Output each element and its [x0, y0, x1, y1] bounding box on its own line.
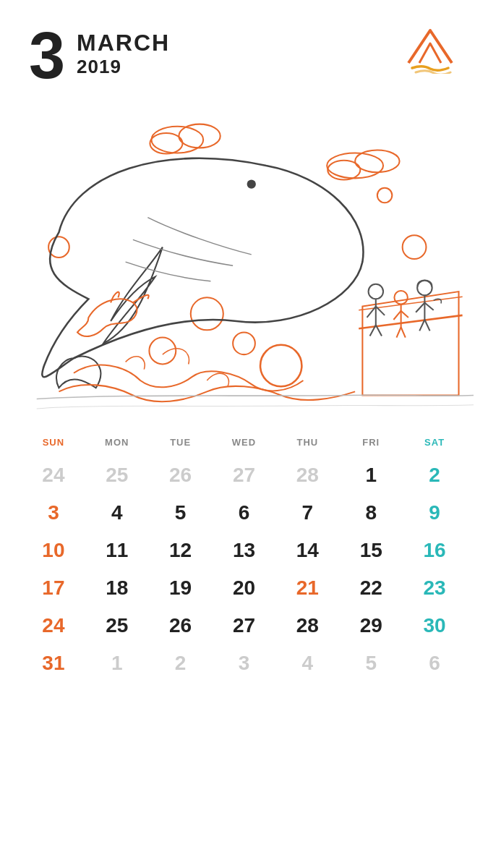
- calendar-cell: 9: [403, 494, 466, 532]
- calendar-cell: 25: [85, 456, 149, 494]
- svg-point-13: [247, 179, 256, 188]
- calendar-cell: 28: [275, 456, 339, 494]
- month-number: 3: [29, 23, 65, 88]
- svg-line-24: [393, 311, 401, 320]
- calendar-cell: 1: [85, 644, 149, 682]
- header-left: 3 MARCH 2019: [29, 23, 170, 88]
- calendar-cell: 23: [403, 569, 466, 607]
- svg-point-22: [394, 291, 407, 304]
- calendar-cell: 20: [213, 569, 276, 607]
- svg-point-11: [260, 345, 301, 386]
- svg-line-25: [401, 311, 408, 318]
- calendar-cell: 29: [339, 607, 403, 644]
- calendar-cell: 24: [22, 456, 85, 494]
- thursday-label: THU: [275, 434, 339, 451]
- svg-line-26: [396, 327, 401, 337]
- calendar-cell: 4: [275, 644, 339, 682]
- calendar-cell: 28: [275, 607, 339, 644]
- calendar-cell: 26: [149, 456, 213, 494]
- calendar-cell: 5: [339, 644, 403, 682]
- sunday-label: SUN: [22, 434, 85, 451]
- svg-point-9: [191, 297, 223, 330]
- wednesday-label: WED: [213, 434, 276, 451]
- calendar-cell: 25: [85, 607, 149, 644]
- logo-icon: [401, 23, 459, 74]
- svg-point-28: [417, 281, 432, 295]
- calendar-cell: 1: [339, 456, 403, 494]
- calendar-cell: 22: [339, 569, 403, 607]
- calendar-cell: 6: [213, 494, 276, 532]
- svg-line-27: [401, 327, 406, 337]
- calendar-cell: 5: [149, 494, 213, 532]
- svg-line-30: [416, 302, 424, 312]
- calendar-cell: 27: [213, 607, 276, 644]
- calendar-grid: 2425262728123456789101112131415161718192…: [22, 456, 466, 682]
- monday-label: MON: [85, 434, 149, 451]
- saturday-label: SAT: [403, 434, 466, 451]
- svg-point-7: [377, 188, 392, 203]
- calendar-cell: 31: [22, 644, 85, 682]
- calendar-cell: 14: [275, 532, 339, 569]
- calendar-cell: 27: [213, 456, 276, 494]
- friday-label: FRI: [339, 434, 403, 451]
- calendar-cell: 21: [275, 569, 339, 607]
- calendar-cell: 17: [22, 569, 85, 607]
- calendar-cell: 6: [403, 644, 466, 682]
- svg-point-12: [149, 338, 176, 365]
- calendar-cell: 12: [149, 532, 213, 569]
- month-text: MARCH 2019: [77, 23, 170, 78]
- svg-point-2: [150, 133, 182, 154]
- tuesday-label: TUE: [149, 434, 213, 451]
- svg-line-33: [424, 320, 429, 331]
- calendar-cell: 24: [22, 607, 85, 644]
- svg-point-8: [403, 235, 427, 259]
- calendar-cell: 4: [85, 494, 149, 532]
- calendar-cell: 18: [85, 569, 149, 607]
- calendar-cell: 2: [149, 644, 213, 682]
- svg-point-3: [327, 153, 383, 179]
- svg-point-10: [233, 332, 255, 354]
- calendar-cell: 13: [213, 532, 276, 569]
- calendar-header: SUN MON TUE WED THU FRI SAT: [22, 434, 466, 451]
- svg-point-0: [151, 127, 203, 153]
- year: 2019: [77, 56, 170, 78]
- calendar-cell: 2: [403, 456, 466, 494]
- calendar-cell: 11: [85, 532, 149, 569]
- svg-point-1: [179, 124, 220, 148]
- svg-line-31: [424, 302, 433, 310]
- calendar-cell: 7: [275, 494, 339, 532]
- illustration: [0, 88, 488, 421]
- calendar-cell: 10: [22, 532, 85, 569]
- calendar-cell: 3: [213, 644, 276, 682]
- calendar-cell: 26: [149, 607, 213, 644]
- header: 3 MARCH 2019: [0, 0, 488, 88]
- calendar-cell: 30: [403, 607, 466, 644]
- calendar-cell: 3: [22, 494, 85, 532]
- calendar: SUN MON TUE WED THU FRI SAT 242526272812…: [0, 421, 488, 682]
- calendar-cell: 8: [339, 494, 403, 532]
- svg-point-4: [355, 150, 399, 172]
- svg-point-16: [369, 284, 383, 299]
- calendar-cell: 19: [149, 569, 213, 607]
- month-name: MARCH: [77, 30, 170, 56]
- calendar-cell: 15: [339, 532, 403, 569]
- page: 3 MARCH 2019: [0, 0, 488, 868]
- calendar-cell: 16: [403, 532, 466, 569]
